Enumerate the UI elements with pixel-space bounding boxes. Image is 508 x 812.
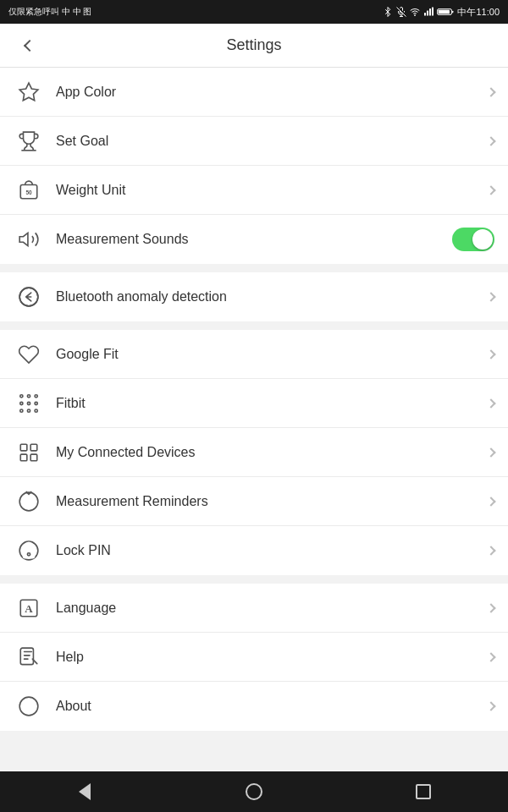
connected-devices-label: My Connected Devices — [56, 445, 488, 460]
about-label: About — [56, 699, 488, 714]
nav-recents-button[interactable] — [402, 775, 444, 809]
chevron-right-icon — [486, 398, 495, 408]
measurement-reminders-right — [488, 498, 494, 505]
svg-text:A: A — [25, 602, 33, 615]
svg-rect-6 — [429, 8, 431, 16]
chevron-right-icon — [486, 185, 495, 195]
svg-rect-27 — [30, 444, 37, 451]
svg-rect-36 — [20, 648, 33, 665]
language-right — [488, 605, 494, 612]
weight-unit-right — [488, 187, 494, 194]
bluetooth-anomaly-icon — [14, 282, 44, 312]
svg-point-24 — [27, 409, 30, 412]
svg-point-25 — [35, 409, 37, 412]
chevron-right-icon — [486, 349, 495, 359]
measurement-reminders-label: Measurement Reminders — [56, 494, 488, 509]
app-color-right — [488, 89, 494, 96]
toggle-knob — [472, 229, 493, 250]
chevron-right-icon — [486, 497, 495, 506]
svg-point-21 — [27, 402, 30, 404]
fitbit-row[interactable]: Fitbit — [0, 379, 508, 428]
svg-rect-4 — [424, 13, 426, 16]
measurement-reminders-icon — [14, 486, 44, 517]
status-left-text: 仅限紧急呼叫 中 中 图 — [8, 6, 91, 18]
status-bar: 仅限紧急呼叫 中 中 图 中午11:00 — [0, 0, 508, 24]
svg-point-18 — [27, 394, 30, 397]
svg-text:50: 50 — [25, 189, 32, 195]
nav-home-button[interactable] — [233, 775, 275, 809]
chevron-right-icon — [486, 136, 495, 145]
set-goal-right — [488, 138, 494, 145]
connected-devices-right — [488, 449, 494, 456]
fitbit-icon — [14, 388, 44, 419]
page-title: Settings — [41, 36, 467, 54]
nav-home-icon — [246, 783, 262, 800]
connected-devices-icon — [14, 437, 44, 468]
settings-content: App Color Set Goal 50 W — [0, 68, 508, 771]
nav-back-icon — [79, 783, 91, 800]
language-label: Language — [56, 601, 488, 616]
help-right — [488, 654, 494, 661]
signal-icon — [423, 7, 433, 17]
svg-point-20 — [20, 402, 23, 404]
chevron-right-icon — [486, 87, 495, 96]
about-right — [488, 703, 494, 710]
status-time: 中午11:00 — [457, 6, 500, 19]
language-row[interactable]: A Language — [0, 584, 508, 633]
lock-pin-row[interactable]: Lock PIN — [0, 526, 508, 575]
mute-icon — [396, 7, 406, 17]
about-icon — [14, 691, 44, 721]
battery-icon — [437, 7, 454, 17]
svg-rect-28 — [20, 454, 27, 461]
svg-marker-11 — [19, 83, 38, 101]
app-color-icon — [14, 77, 44, 107]
svg-point-31 — [19, 541, 38, 560]
weight-unit-row[interactable]: 50 Weight Unit — [0, 166, 508, 215]
chevron-right-icon — [486, 652, 495, 661]
chevron-right-icon — [486, 701, 495, 710]
status-right: 中午11:00 — [383, 6, 500, 19]
back-button[interactable] — [14, 32, 41, 59]
app-color-label: App Color — [56, 85, 488, 100]
google-fit-row[interactable]: Google Fit — [0, 330, 508, 379]
svg-marker-14 — [19, 233, 28, 245]
section-general: App Color Set Goal 50 W — [0, 68, 508, 264]
help-icon — [14, 642, 44, 672]
measurement-sounds-toggle[interactable] — [452, 228, 494, 251]
section-misc: A Language Help — [0, 584, 508, 731]
header: Settings — [0, 24, 508, 68]
bluetooth-anomaly-right — [488, 294, 494, 300]
lock-pin-right — [488, 547, 494, 554]
svg-point-22 — [35, 402, 37, 404]
bluetooth-anomaly-row[interactable]: Bluetooth anomaly detection — [0, 272, 508, 321]
help-row[interactable]: Help — [0, 633, 508, 682]
svg-point-33 — [27, 553, 30, 556]
lock-pin-icon — [14, 535, 44, 566]
measurement-reminders-row[interactable]: Measurement Reminders — [0, 477, 508, 526]
chevron-right-icon — [486, 603, 495, 612]
measurement-sounds-row[interactable]: Measurement Sounds — [0, 215, 508, 264]
svg-point-19 — [35, 394, 37, 397]
svg-rect-29 — [30, 454, 37, 461]
svg-rect-5 — [427, 11, 428, 16]
svg-point-17 — [20, 394, 23, 397]
nav-back-button[interactable] — [64, 775, 106, 809]
svg-rect-7 — [432, 8, 433, 16]
set-goal-label: Set Goal — [56, 134, 488, 149]
about-row[interactable]: About — [0, 682, 508, 731]
svg-rect-9 — [452, 11, 453, 14]
bottom-nav — [0, 771, 508, 812]
measurement-sounds-right — [452, 228, 494, 251]
svg-rect-26 — [20, 444, 27, 451]
measurement-sounds-icon — [14, 224, 44, 255]
google-fit-label: Google Fit — [56, 347, 488, 362]
google-fit-right — [488, 351, 494, 358]
back-chevron-icon — [24, 39, 36, 51]
app-color-row[interactable]: App Color — [0, 68, 508, 117]
set-goal-row[interactable]: Set Goal — [0, 117, 508, 166]
weight-unit-label: Weight Unit — [56, 183, 488, 198]
status-left: 仅限紧急呼叫 中 中 图 — [8, 6, 91, 18]
bluetooth-anomaly-label: Bluetooth anomaly detection — [56, 289, 488, 304]
connected-devices-row[interactable]: My Connected Devices — [0, 428, 508, 477]
bluetooth-icon — [383, 7, 393, 17]
